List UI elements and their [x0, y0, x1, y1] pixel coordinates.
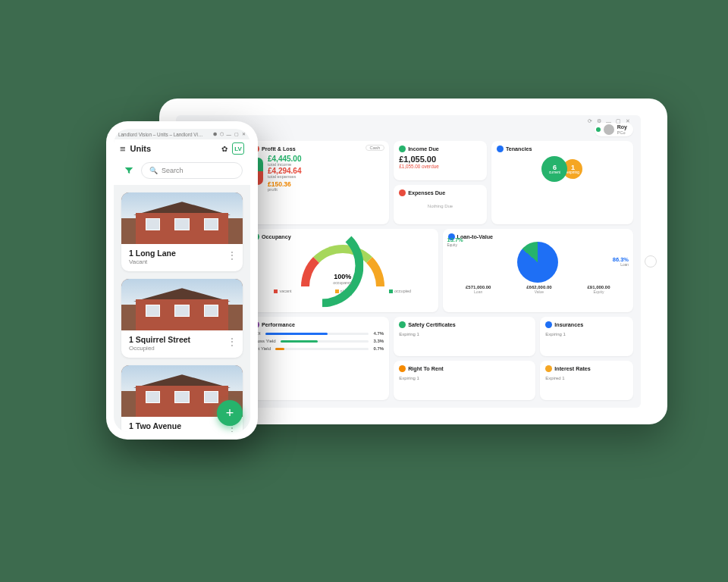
expenses-sub: total expenses — [268, 174, 384, 179]
maximize-icon[interactable]: ▢ — [616, 118, 621, 124]
perf-row: ROI 4.7% — [253, 331, 384, 336]
dot-icon — [399, 189, 406, 196]
loan-amt-l: Loan — [466, 289, 491, 294]
unit-list[interactable]: 1 Long Lane Vacant ⋮ 1 Squirrel Street O… — [114, 185, 250, 432]
app-bar: ≡ Units ✿ LV — [114, 139, 250, 159]
search-icon: 🔍 — [149, 167, 158, 174]
expenses-due-card[interactable]: Expenses Due Nothing Due — [394, 185, 487, 224]
dot-icon — [399, 365, 406, 372]
card-title: Expenses Due — [408, 189, 445, 196]
dot-icon — [399, 146, 406, 152]
card-title: Right To Rent — [408, 365, 444, 372]
unit-card[interactable]: 1 Squirrel Street Occupied ⋮ — [121, 279, 243, 358]
user-chip[interactable]: Roy PCo — [595, 123, 633, 136]
status-dot-icon — [596, 127, 601, 132]
dot-icon — [497, 146, 504, 152]
card-title: Occupancy — [262, 233, 291, 240]
tab-title: Landlord Vision – Units – Landlord Vi… — [118, 132, 202, 137]
more-icon[interactable]: ⋮ — [228, 250, 237, 261]
expiring-label: expiring — [566, 171, 579, 174]
safety-sub: Expiring 1 — [399, 332, 530, 336]
equity-pct: 13.7% — [447, 236, 463, 243]
search-input[interactable]: 🔍 Search — [141, 162, 243, 179]
close-icon[interactable]: ✕ — [626, 118, 630, 124]
avatar — [604, 124, 614, 135]
right-sub: Expiring 1 — [399, 376, 530, 380]
occupancy-percent: 100% — [334, 273, 351, 280]
equity-amt-l: Equity — [588, 289, 610, 294]
ext-icon[interactable]: ⬡ — [220, 131, 224, 137]
profit-loss-card[interactable]: Profit & Loss Cash £4,445.00 total incom… — [247, 141, 389, 224]
occupancy-gauge: 100%occupancy — [301, 245, 384, 286]
loan-pct: 86.3% — [613, 256, 629, 263]
card-title: Profit & Loss — [262, 146, 296, 152]
unit-status: Occupied — [129, 431, 235, 432]
window-controls: ⟳ ⚙ — ▢ ✕ — [588, 118, 630, 124]
card-title: Safety Certificates — [408, 321, 456, 328]
perf-row: Net Yield 0.7% — [253, 346, 384, 351]
loop-icon[interactable]: ⟳ — [588, 118, 592, 124]
browser-tab: Landlord Vision – Units – Landlord Vi… ⬢… — [114, 129, 250, 139]
unit-card[interactable]: 1 Long Lane Vacant ⋮ — [121, 192, 243, 271]
nothing-due: Nothing Due — [399, 204, 482, 208]
perf-value: 4.7% — [373, 331, 384, 336]
loan-label: Loan — [613, 263, 629, 267]
search-placeholder: Search — [162, 167, 184, 174]
unit-image — [121, 279, 243, 330]
right-to-rent-card[interactable]: Right To Rent Expiring 1 — [394, 361, 535, 400]
ltv-pie-icon — [517, 242, 558, 283]
value-amt-l: Value — [526, 289, 551, 294]
occupancy-card[interactable]: Occupancy 100%occupancy vacant n/a occup… — [247, 229, 438, 312]
maximize-icon[interactable]: ▢ — [234, 131, 239, 137]
current-label: current — [549, 171, 560, 174]
card-title: Interest Rates — [554, 365, 591, 372]
settings-icon[interactable]: ⚙ — [597, 118, 601, 124]
units-screen: Landlord Vision – Units – Landlord Vi… ⬢… — [114, 129, 250, 432]
unit-status: Occupied — [129, 345, 235, 352]
perf-bar — [265, 333, 369, 335]
insurances-card[interactable]: Insurances Expiring 1 — [540, 317, 633, 356]
phone-frame: Landlord Vision – Units – Landlord Vi… ⬢… — [106, 121, 258, 440]
perf-row: Gross Yield 3.3% — [253, 339, 384, 343]
card-title: Tenancies — [506, 146, 532, 152]
perf-bar — [275, 348, 369, 350]
perf-bar — [281, 340, 369, 343]
performance-card[interactable]: Performance ROI 4.7%Gross Yield 3.3%Net … — [247, 317, 389, 400]
occupancy-sub: occupancy — [301, 280, 384, 285]
lv-logo[interactable]: LV — [232, 142, 244, 155]
income-due-overdue: £1,055.00 overdue — [399, 164, 482, 169]
close-icon[interactable]: ✕ — [242, 131, 246, 137]
more-icon[interactable]: ⋮ — [228, 336, 237, 347]
income-due-amount: £1,055.00 — [399, 155, 482, 164]
income-due-card[interactable]: Income Due £1,055.00 £1,055.00 overdue — [394, 141, 487, 180]
unit-image — [121, 192, 243, 244]
interest-rates-card[interactable]: Interest Rates Expired 1 — [540, 361, 633, 400]
loan-to-value-card[interactable]: Loan-to-Value 13.7%Equity 86.3%Loan £571… — [443, 229, 634, 312]
unit-name: 1 Squirrel Street — [129, 335, 235, 344]
ext-icon[interactable]: ⬢ — [213, 131, 217, 137]
card-title: Insurances — [554, 321, 583, 328]
user-name: Roy — [617, 124, 627, 130]
dot-icon — [399, 321, 406, 328]
card-title: Performance — [262, 321, 295, 328]
dot-icon — [545, 365, 552, 372]
user-sub: PCo — [617, 130, 626, 135]
minimize-icon[interactable]: — — [227, 132, 231, 137]
interest-sub: Expired 1 — [545, 376, 628, 380]
legend-occupied: occupied — [389, 289, 411, 293]
safety-certs-card[interactable]: Safety Certificates Expiring 1 — [394, 317, 535, 356]
legend-vacant: vacant — [274, 289, 291, 293]
minimize-icon[interactable]: — — [606, 119, 611, 124]
perf-value: 3.3% — [373, 339, 384, 343]
unit-name: 1 Two Avenue — [129, 421, 235, 430]
perf-value: 0.7% — [373, 346, 384, 351]
add-unit-fab[interactable]: + — [217, 400, 243, 426]
cash-selector[interactable]: Cash — [366, 145, 385, 151]
page-title: Units — [130, 144, 217, 153]
tenancies-card[interactable]: Tenancies 6current 1expiring — [491, 141, 633, 224]
gear-icon[interactable]: ✿ — [221, 145, 228, 153]
menu-icon[interactable]: ≡ — [120, 143, 126, 155]
unit-name: 1 Long Lane — [129, 249, 235, 258]
dot-icon — [545, 321, 552, 328]
filter-icon[interactable] — [121, 163, 136, 178]
